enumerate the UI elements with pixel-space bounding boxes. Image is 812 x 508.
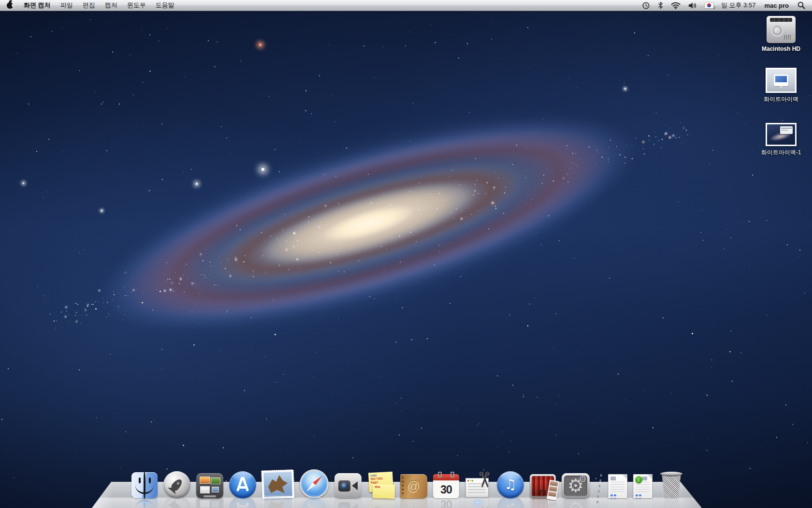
- document-file-icon: [608, 474, 627, 498]
- bluetooth-menu-icon[interactable]: [654, 0, 667, 11]
- running-indicator-light: [141, 501, 148, 504]
- music-note-glyph: ♫: [504, 478, 516, 492]
- finder-icon: [131, 472, 158, 498]
- sticky-note-text: Milk: [375, 485, 394, 489]
- image-file-thumbnail-icon: [766, 68, 797, 93]
- address-book-icon: @: [400, 474, 427, 498]
- facetime-camera-icon: [334, 473, 362, 498]
- dock-item-photo-booth[interactable]: [530, 474, 556, 498]
- eagle-icon: [268, 475, 288, 493]
- spotlight-menu-icon[interactable]: [794, 0, 812, 11]
- menu-window[interactable]: 윈도우: [122, 0, 151, 11]
- safari-compass-icon: [300, 469, 329, 498]
- download-badge-icon: ↓: [635, 476, 642, 483]
- dock-item-address-book[interactable]: @: [400, 474, 427, 498]
- dock-item-finder[interactable]: [131, 472, 158, 498]
- desktop-screen: 화면 캡처 파일 편집 캡처 윈도우 도움말 2: [0, 0, 812, 508]
- menu-file[interactable]: 파일: [56, 0, 78, 11]
- app-menu-grab[interactable]: 화면 캡처: [19, 0, 56, 11]
- scissors-icon: ✂: [474, 471, 495, 489]
- screenshot-thumbnail-icon: [766, 123, 797, 146]
- dock-item-trash[interactable]: [658, 470, 684, 498]
- dock: LOU 555-7361 Eggs Milk @ 30: [0, 452, 812, 508]
- at-sign-glyph: @: [407, 480, 420, 493]
- desktop-icon-column: Macintosh HD 화이트아이맥 화이트아이맥-1: [754, 16, 808, 157]
- dock-separator: [595, 475, 602, 498]
- wifi-menu-icon[interactable]: [667, 0, 684, 11]
- app-store-icon: [229, 471, 256, 498]
- dock-item-safari[interactable]: [300, 469, 329, 498]
- ical-calendar-icon: 30: [433, 474, 459, 498]
- apple-menu[interactable]: [0, 0, 19, 11]
- stickies-notes-icon: LOU 555-7361 Eggs Milk: [367, 472, 394, 498]
- input-source-korean-flag-icon[interactable]: 2: [701, 0, 717, 11]
- gear-icon: ⚙: [579, 475, 587, 484]
- time-machine-menu-icon[interactable]: [638, 0, 654, 11]
- running-indicator-light: [475, 501, 481, 504]
- desktop-icon-white-imac[interactable]: 화이트아이맥: [764, 68, 798, 104]
- desktop-icon-white-imac-1[interactable]: 화이트아이맥-1: [761, 123, 801, 157]
- menu-edit[interactable]: 편집: [78, 0, 100, 11]
- photo-booth-icon: [530, 474, 556, 498]
- dock-item-launchpad[interactable]: [163, 471, 190, 498]
- grab-screen-capture-icon: ✂: [465, 473, 491, 498]
- menu-capture[interactable]: 캡처: [100, 0, 122, 11]
- menu-bar: 화면 캡처 파일 편집 캡처 윈도우 도움말 2: [0, 0, 812, 11]
- dock-icons-row: LOU 555-7361 Eggs Milk @ 30: [131, 469, 684, 498]
- apple-logo-icon: [7, 2, 13, 9]
- itunes-icon: ♫: [497, 471, 524, 498]
- dock-item-document-1[interactable]: [608, 474, 627, 498]
- mail-stamp-icon: [261, 470, 294, 499]
- dock-item-facetime[interactable]: [334, 473, 362, 498]
- volume-menu-icon[interactable]: [684, 0, 701, 11]
- input-source-badge: 2: [713, 6, 715, 10]
- dock-item-ical[interactable]: 30: [433, 474, 459, 498]
- system-preferences-gears-icon: ⚙ ⚙: [562, 473, 590, 498]
- dock-item-system-preferences[interactable]: ⚙ ⚙: [562, 473, 590, 498]
- desktop-icon-label: Macintosh HD: [762, 45, 800, 52]
- menu-bar-clock[interactable]: 일 오후 3:57: [717, 0, 760, 11]
- hard-drive-icon: [767, 16, 796, 43]
- desktop-icon-label: 화이트아이맥-1: [761, 149, 801, 157]
- dock-item-itunes[interactable]: ♫: [497, 471, 524, 498]
- dock-item-stickies[interactable]: LOU 555-7361 Eggs Milk: [367, 472, 394, 498]
- trash-wire-basket-icon: [658, 470, 684, 498]
- desktop-icon-macintosh-hd[interactable]: Macintosh HD: [762, 16, 800, 52]
- dock-item-app-store[interactable]: [229, 471, 256, 498]
- dock-item-document-2[interactable]: ↓: [633, 474, 652, 498]
- dock-item-mission-control[interactable]: [196, 473, 223, 498]
- korean-flag-icon: 2: [705, 2, 713, 8]
- calendar-day-number: 30: [440, 484, 452, 495]
- launchpad-rocket-icon: [163, 471, 190, 498]
- desktop-icon-label: 화이트아이맥: [764, 95, 798, 104]
- fast-user-switching-menu[interactable]: mac pro: [759, 0, 794, 11]
- document-file-icon: ↓: [633, 474, 652, 498]
- dock-item-grab[interactable]: ✂: [465, 473, 491, 498]
- imac-picture: [774, 75, 788, 86]
- wallpaper-sky: [0, 0, 812, 508]
- dock-item-mail[interactable]: [262, 470, 294, 498]
- menu-help[interactable]: 도움말: [151, 0, 179, 11]
- mission-control-icon: [196, 473, 223, 498]
